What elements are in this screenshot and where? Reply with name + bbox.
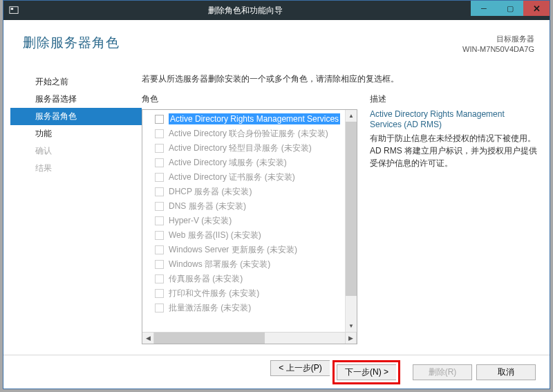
wizard-window: 删除角色和功能向导 ─ ▢ ✕ 删除服务器角色 目标服务器 WIN-M7N50V… <box>3 0 550 389</box>
remove-button[interactable]: 删除(R) <box>413 364 472 380</box>
role-item[interactable]: Windows 部署服务 (未安装) <box>142 257 357 272</box>
titlebar: 删除角色和功能向导 ─ ▢ ✕ <box>3 1 550 20</box>
nav-item[interactable]: 开始之前 <box>10 73 142 91</box>
vertical-scrollbar[interactable]: ▲ ▼ <box>345 110 357 332</box>
main-panel: 若要从所选服务器删除安装的一个或多个角色，请清除相应的复选框。 角色 Activ… <box>142 73 550 351</box>
role-label: Active Directory 域服务 (未安装) <box>169 157 287 169</box>
role-label: Windows 部署服务 (未安装) <box>169 259 270 270</box>
svg-rect-0 <box>10 7 18 14</box>
instruction-text: 若要从所选服务器删除安装的一个或多个角色，请清除相应的复选框。 <box>142 73 537 85</box>
role-label: Active Directory Rights Management Servi… <box>169 113 340 124</box>
horizontal-scrollbar[interactable]: ◀ ▶ <box>142 332 357 344</box>
roles-label: 角色 <box>142 93 357 105</box>
page-title: 删除服务器角色 <box>23 34 120 52</box>
target-server-name: WIN-M7N50V4DA7G <box>462 44 534 55</box>
description-column: 描述 Active Directory Rights Management Se… <box>370 93 537 351</box>
scroll-track[interactable] <box>346 122 357 320</box>
window-controls: ─ ▢ ✕ <box>471 1 550 20</box>
role-label: Hyper-V (未安装) <box>169 215 232 227</box>
role-item[interactable]: 传真服务器 (未安装) <box>142 272 357 286</box>
scroll-thumb[interactable] <box>346 122 357 297</box>
app-icon <box>3 6 20 15</box>
role-item[interactable]: DNS 服务器 (未安装) <box>142 199 357 214</box>
role-item[interactable]: Web 服务器(IIS) (未安装) <box>142 228 357 243</box>
nav-item[interactable]: 服务器角色 <box>10 108 142 125</box>
role-checkbox[interactable] <box>155 231 164 240</box>
nav-item: 结果 <box>10 160 142 177</box>
role-item[interactable]: Active Directory 联合身份验证服务 (未安装) <box>142 127 357 141</box>
role-item[interactable]: Active Directory Rights Management Servi… <box>142 112 357 127</box>
next-button[interactable]: 下一步(N) > <box>337 364 396 380</box>
nav-item: 确认 <box>10 142 142 160</box>
role-label: Windows Server 更新服务 (未安装) <box>169 244 297 256</box>
role-label: 打印和文件服务 (未安装) <box>169 288 259 299</box>
role-checkbox[interactable] <box>155 129 164 138</box>
role-item[interactable]: Active Directory 轻型目录服务 (未安装) <box>142 141 357 156</box>
roles-listbox: Active Directory Rights Management Servi… <box>142 109 357 344</box>
role-item[interactable]: Active Directory 域服务 (未安装) <box>142 156 357 170</box>
role-checkbox[interactable] <box>155 173 164 182</box>
roles-column: 角色 Active Directory Rights Management Se… <box>142 93 357 351</box>
svg-rect-1 <box>11 8 14 10</box>
nav-item[interactable]: 服务器选择 <box>10 91 142 108</box>
cancel-button[interactable]: 取消 <box>476 364 536 380</box>
role-item[interactable]: Hyper-V (未安装) <box>142 214 357 228</box>
previous-button[interactable]: < 上一步(P) <box>270 360 330 376</box>
next-button-highlight: 下一步(N) > <box>332 360 400 384</box>
role-label: Active Directory 联合身份验证服务 (未安装) <box>169 128 328 140</box>
role-label: Web 服务器(IIS) (未安装) <box>169 230 261 241</box>
role-label: 批量激活服务 (未安装) <box>169 302 251 314</box>
role-label: Active Directory 证书服务 (未安装) <box>169 171 295 183</box>
role-label: 传真服务器 (未安装) <box>169 273 243 285</box>
target-server-label: 目标服务器 <box>462 34 534 44</box>
nav-sidebar: 开始之前服务器选择服务器角色功能确认结果 <box>3 73 142 351</box>
maximize-button[interactable]: ▢ <box>497 1 523 16</box>
role-checkbox[interactable] <box>155 304 164 312</box>
role-label: Active Directory 轻型目录服务 (未安装) <box>169 142 312 154</box>
scroll-down-icon[interactable]: ▼ <box>346 320 357 332</box>
role-item[interactable]: 打印和文件服务 (未安装) <box>142 286 357 301</box>
close-button[interactable]: ✕ <box>523 1 550 16</box>
scroll-up-icon[interactable]: ▲ <box>346 110 357 122</box>
nav-item[interactable]: 功能 <box>10 125 142 142</box>
role-label: DHCP 服务器 (未安装) <box>169 186 252 198</box>
role-checkbox[interactable] <box>155 115 164 124</box>
content-area: 删除服务器角色 目标服务器 WIN-M7N50V4DA7G 开始之前服务器选择服… <box>3 20 550 389</box>
description-title: Active Directory Rights Management Servi… <box>370 109 537 131</box>
scroll-right-icon[interactable]: ▶ <box>345 333 357 344</box>
body: 开始之前服务器选择服务器角色功能确认结果 若要从所选服务器删除安装的一个或多个角… <box>3 55 550 351</box>
role-checkbox[interactable] <box>155 187 164 196</box>
role-item[interactable]: Active Directory 证书服务 (未安装) <box>142 170 357 185</box>
hscroll-thumb[interactable] <box>154 333 265 344</box>
role-item[interactable]: Windows Server 更新服务 (未安装) <box>142 243 357 257</box>
role-checkbox[interactable] <box>155 158 164 167</box>
description-body: 有助于防止信息在未经授权的情况下被使用。AD RMS 将建立用户标识，并为授权用… <box>370 132 537 169</box>
role-item[interactable]: 批量激活服务 (未安装) <box>142 301 357 315</box>
minimize-button[interactable]: ─ <box>471 1 497 16</box>
scroll-left-icon[interactable]: ◀ <box>142 333 154 344</box>
footer: < 上一步(P) 下一步(N) > 删除(R) 取消 <box>3 355 550 389</box>
role-checkbox[interactable] <box>155 144 164 153</box>
role-checkbox[interactable] <box>155 289 164 298</box>
target-server-info: 目标服务器 WIN-M7N50V4DA7G <box>462 34 534 55</box>
role-checkbox[interactable] <box>155 216 164 225</box>
hscroll-track[interactable] <box>154 333 345 344</box>
role-checkbox[interactable] <box>155 260 164 269</box>
description-label: 描述 <box>370 93 537 105</box>
nav-button-group: < 上一步(P) 下一步(N) > <box>270 360 409 384</box>
columns: 角色 Active Directory Rights Management Se… <box>142 93 537 351</box>
header: 删除服务器角色 目标服务器 WIN-M7N50V4DA7G <box>3 20 550 55</box>
role-checkbox[interactable] <box>155 202 164 211</box>
role-item[interactable]: DHCP 服务器 (未安装) <box>142 185 357 199</box>
window-title: 删除角色和功能向导 <box>20 5 471 17</box>
role-checkbox[interactable] <box>155 274 164 283</box>
role-checkbox[interactable] <box>155 245 164 254</box>
role-label: DNS 服务器 (未安装) <box>169 200 246 212</box>
roles-list-viewport[interactable]: Active Directory Rights Management Servi… <box>142 110 357 332</box>
